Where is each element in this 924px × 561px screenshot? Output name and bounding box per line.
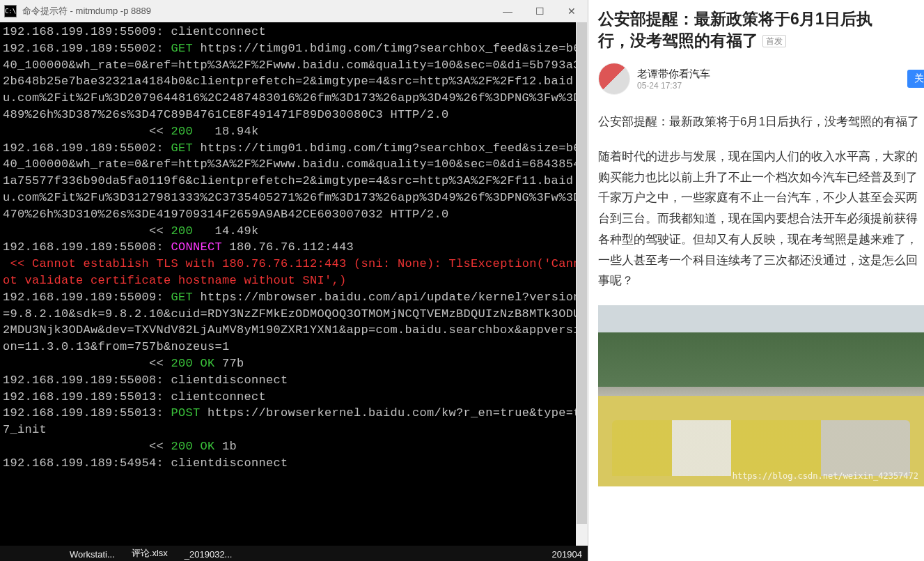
term-span: 192.168.199.189:55002: xyxy=(3,42,171,55)
taskbar-clock: 201904 xyxy=(552,549,582,560)
term-span: GET xyxy=(171,141,201,155)
titlebar[interactable]: C:\ 命令提示符 - mitmdump -p 8889 — ☐ ✕ xyxy=(0,0,588,22)
term-span: 1b xyxy=(222,440,237,453)
window-controls: — ☐ ✕ xyxy=(492,1,588,22)
article-body: 公安部提醒：最新政策将于6月1日后执行，没考驾照的有福了 随着时代的进步与发展，… xyxy=(598,112,924,305)
term-span: CONNECT xyxy=(171,240,230,254)
article-image: https://blog.csdn.net/weixin_42357472 xyxy=(598,305,924,486)
term-span: << xyxy=(3,125,171,138)
taskbar-item[interactable]: Workstati... xyxy=(70,549,115,560)
publish-time: 05-24 17:37 xyxy=(637,81,907,91)
article-paragraph: 随着时代的进步与发展，现在国内人们的收入水平高，大家的购买能力也比以前上升了不止… xyxy=(598,146,924,291)
term-span: 14.49k xyxy=(193,224,259,238)
term-span: 200 OK xyxy=(171,440,223,453)
close-button[interactable]: ✕ xyxy=(556,1,588,22)
term-span: 77b xyxy=(222,357,244,370)
term-span: << Cannot establish TLS with 180.76.76.1… xyxy=(3,257,581,287)
term-span: 200 xyxy=(171,224,194,238)
term-span: << xyxy=(3,224,171,238)
term-span: 200 xyxy=(171,125,194,138)
scrollbar[interactable] xyxy=(576,22,588,546)
article-title: 公安部提醒：最新政策将于6月1日后执 行，没考驾照的有福了首发 xyxy=(598,8,924,52)
taskbar-item[interactable]: _2019032... xyxy=(185,549,233,560)
article-panel[interactable]: 公安部提醒：最新政策将于6月1日后执 行，没考驾照的有福了首发 老谭带你看汽车 … xyxy=(588,0,924,561)
term-span: 192.168.199.189:55002: xyxy=(3,141,171,155)
minimize-button[interactable]: — xyxy=(492,1,524,22)
article-paragraph: 公安部提醒：最新政策将于6月1日后执行，没考驾照的有福了 xyxy=(598,112,924,132)
watermark-text: https://blog.csdn.net/weixin_42357472 xyxy=(733,471,918,481)
follow-button[interactable]: 关 xyxy=(907,70,924,88)
term-span: 192.168.199.189:55013: xyxy=(3,406,171,420)
term-span: 192.168.199.189:55009: xyxy=(3,291,171,304)
term-span: << xyxy=(3,357,171,370)
maximize-button[interactable]: ☐ xyxy=(524,1,556,22)
term-span: 192.168.199.189:55013: clientconnect xyxy=(3,390,266,404)
term-span: GET xyxy=(171,291,201,304)
terminal-body[interactable]: 192.168.199.189:55009: clientconnect 192… xyxy=(0,22,588,546)
term-span: 192.168.199.189:55008: xyxy=(3,240,171,254)
taskbar[interactable]: Workstati... 评论.xlsx _2019032... 201904 xyxy=(0,546,588,561)
term-span: << xyxy=(3,440,171,453)
cmd-icon: C:\ xyxy=(4,5,17,17)
terminal-content: 192.168.199.189:55009: clientconnect 192… xyxy=(3,24,585,472)
term-span: 180.76.76.112:443 xyxy=(230,240,354,254)
first-publish-badge: 首发 xyxy=(762,35,786,47)
term-span: POST xyxy=(171,406,208,420)
author-row: 老谭带你看汽车 05-24 17:37 关 xyxy=(598,63,924,95)
terminal-window: C:\ 命令提示符 - mitmdump -p 8889 — ☐ ✕ 192.1… xyxy=(0,0,588,561)
term-span: 200 OK xyxy=(171,357,223,370)
term-span: GET xyxy=(171,42,201,55)
author-name[interactable]: 老谭带你看汽车 xyxy=(637,68,907,81)
term-span: 192.168.199.189:54954: clientdisconnect xyxy=(3,456,288,470)
window-title: 命令提示符 - mitmdump -p 8889 xyxy=(22,5,492,17)
taskbar-item[interactable]: 评论.xlsx xyxy=(132,547,168,560)
scrollbar-thumb[interactable] xyxy=(577,22,587,524)
term-span: 192.168.199.189:55008: clientdisconnect xyxy=(3,374,288,387)
term-span: 18.94k xyxy=(193,125,259,138)
term-span: 192.168.199.189:55009: clientconnect xyxy=(3,25,266,38)
avatar[interactable] xyxy=(598,63,630,95)
